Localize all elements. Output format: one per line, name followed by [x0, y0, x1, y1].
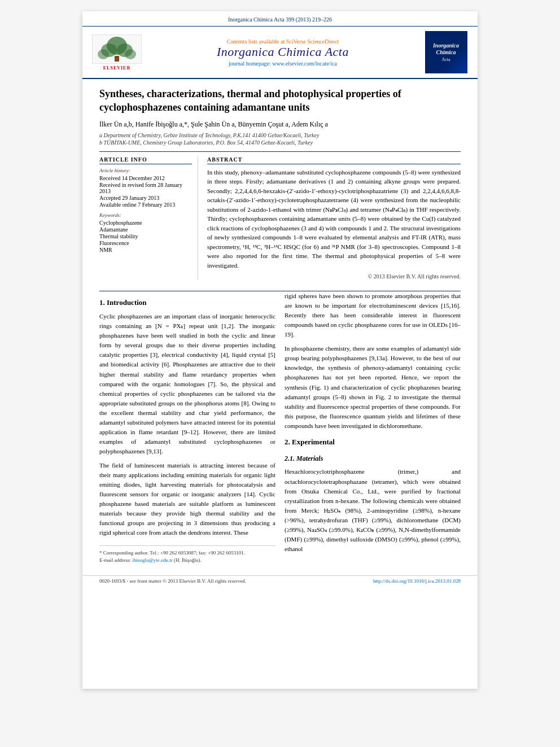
history-label: Article history:: [99, 168, 192, 173]
section1-heading: 1. Introduction: [99, 297, 275, 308]
affiliations: a Department of Chemistry, Gebze Institu…: [99, 132, 461, 146]
footnote-star: * Corresponding author. Tel.: +90 262 60…: [99, 549, 275, 557]
available-date: Available online 7 February 2013: [99, 202, 192, 208]
article-history: Article history: Received 14 December 20…: [99, 168, 192, 208]
svg-point-6: [125, 49, 136, 59]
text-col-left: 1. Introduction Cyclic phosphazenes are …: [99, 291, 275, 563]
bottom-bar: 0020-1693/$ - see front matter © 2013 El…: [82, 575, 478, 586]
text-col-right: rigid spheres have been shown to promote…: [285, 291, 461, 563]
article-body: Syntheses, characterizations, thermal an…: [82, 79, 478, 291]
abstract-col: ABSTRACT In this study, phenoxy–adamanta…: [207, 156, 461, 280]
materials-para-1: Hexachlorocyclotriphosphazene (trimer,) …: [285, 467, 461, 553]
abstract-label: ABSTRACT: [207, 156, 461, 164]
keyword-2: Thermal stability: [99, 233, 192, 239]
elsevier-figure: [92, 34, 142, 65]
footnote-bar: * Corresponding author. Tel.: +90 262 60…: [99, 545, 275, 563]
svg-rect-4: [115, 56, 119, 62]
keyword-1: Adamantane: [99, 226, 192, 233]
keyword-4: NMR: [99, 247, 192, 253]
right-logo-area: Inorganica Chimica Acta: [423, 31, 469, 73]
copyright: © 2013 Elsevier B.V. All rights reserved…: [207, 273, 461, 279]
left-logo-area: ELSEVIER: [91, 34, 142, 71]
abstract-text: In this study, phenoxy–adamantane substi…: [207, 168, 461, 270]
affiliation-b: b TÜBİTAK-UME, Chemistry Group Laborator…: [99, 139, 461, 146]
journal-title: Inorganica Chimica Acta: [148, 45, 418, 59]
journal-reference: Inorganica Chimica Acta 399 (2013) 219–2…: [228, 16, 332, 23]
article-info-abstract: Article Info Article history: Received 1…: [99, 156, 461, 280]
keywords-block: Keywords: Cyclophosphazene Adamantane Th…: [99, 212, 192, 253]
section2-sub-heading: 2.1. Materials: [285, 453, 461, 464]
main-content: 1. Introduction Cyclic phosphazenes are …: [82, 291, 478, 575]
received-date: Received 14 December 2012: [99, 175, 192, 181]
journal-center-info: Contents lists available at SciVerse Sci…: [148, 38, 418, 67]
bottom-doi[interactable]: http://dx.doi.org/10.1016/j.ica.2013.01.…: [373, 578, 461, 584]
article-title: Syntheses, characterizations, thermal an…: [99, 87, 461, 115]
svg-point-5: [98, 49, 109, 59]
keyword-0: Cyclophosphazene: [99, 220, 192, 226]
accepted-date: Accepted 29 January 2013: [99, 195, 192, 201]
elsevier-label: ELSEVIER: [103, 65, 130, 71]
affiliation-a: a Department of Chemistry, Gebze Institu…: [99, 132, 461, 138]
journal-top-bar: Inorganica Chimica Acta 399 (2013) 219–2…: [82, 11, 478, 27]
keyword-3: Fluorescence: [99, 240, 192, 246]
divider: [99, 151, 461, 152]
intro-para-2: The field of luminescent materials is at…: [99, 461, 275, 538]
received-revised-date: Received in revised form 28 January 2013: [99, 182, 192, 194]
intro-para-1: Cyclic phosphazenes are an important cla…: [99, 312, 275, 456]
article-authors: İlker Ün a,b, Hanife İbişoğlu a,*, Şule …: [99, 120, 461, 129]
section2-heading: 2. Experimental: [285, 436, 461, 448]
ica-logo: Inorganica Chimica Acta: [425, 31, 467, 73]
article-info-label: Article Info: [99, 156, 192, 164]
article-info-col: Article Info Article history: Received 1…: [99, 156, 198, 280]
bottom-copyright: 0020-1693/$ - see front matter © 2013 El…: [99, 578, 246, 584]
keywords-label: Keywords:: [99, 212, 192, 218]
article-page: Inorganica Chimica Acta 399 (2013) 219–2…: [82, 11, 478, 689]
intro-right-para-2: In phosphazene chemistry, there are some…: [285, 344, 461, 430]
two-column-text: 1. Introduction Cyclic phosphazenes are …: [99, 291, 461, 563]
footnote-email: E-mail address: ibisoglu@yte.edu.tr (H. …: [99, 557, 275, 564]
sciverse-text: Contents lists available at SciVerse Sci…: [148, 38, 418, 45]
journal-homepage: journal homepage: www.elsevier.com/locat…: [148, 60, 418, 67]
journal-header: ELSEVIER Contents lists available at Sci…: [82, 27, 478, 79]
intro-right-para-1: rigid spheres have been shown to promote…: [285, 291, 461, 339]
